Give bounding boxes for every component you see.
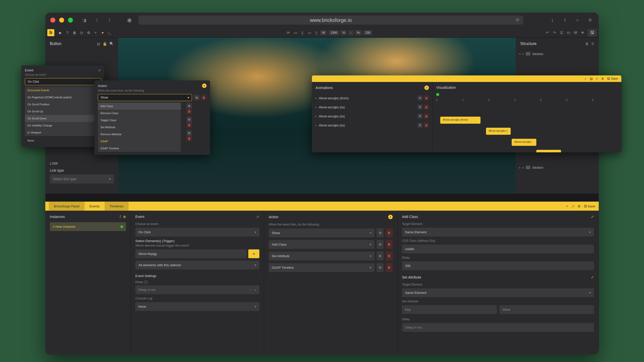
list-icon[interactable]: ☰	[558, 29, 565, 36]
dropdown-item[interactable]: Remove Attribute	[98, 131, 181, 138]
copy-icon[interactable]: ⧉	[417, 105, 422, 110]
dropdown-item[interactable]: On Scroll Position	[25, 101, 101, 108]
undo-icon[interactable]: ↶	[544, 29, 551, 36]
trigger-scope-select[interactable]: All elements with this selector	[135, 261, 259, 269]
help-icon[interactable]: ?	[64, 29, 71, 36]
delete-icon[interactable]: 🗑	[424, 96, 429, 101]
action-select[interactable]: GSAP Timeline	[269, 263, 375, 272]
target-element-select[interactable]: Same Element	[402, 288, 594, 297]
copy-icon[interactable]: ⧉	[194, 95, 199, 100]
timeline-block[interactable]: #brxe-wccqko	[512, 139, 536, 146]
play-icon[interactable]: ▶	[57, 29, 64, 36]
chevron-right-icon[interactable]: ▸	[315, 124, 317, 127]
dropdown-item[interactable]: Add Class	[98, 103, 181, 110]
forward-icon[interactable]: ⟩	[106, 16, 113, 24]
action-select[interactable]: Add Class	[269, 240, 375, 249]
delete-icon[interactable]: 🗑	[386, 240, 393, 249]
search-icon[interactable]: 🔍	[109, 42, 114, 46]
delete-icon[interactable]: 🗑	[386, 228, 393, 237]
delete-icon[interactable]: 🗑	[186, 109, 192, 114]
delete-icon[interactable]: 🗑	[424, 105, 429, 110]
decrement-button[interactable]: −	[249, 288, 251, 292]
chevron-right-icon[interactable]: ▸	[315, 106, 317, 109]
copy-icon[interactable]: ⧉	[186, 130, 192, 136]
collapse-icon[interactable]: ⤢	[572, 204, 575, 208]
preview-icon[interactable]: 👁	[579, 29, 586, 36]
add-action-button[interactable]: +	[388, 215, 393, 219]
add-instance-button[interactable]: ⊕	[123, 215, 126, 219]
chevron-right-icon[interactable]: ▸	[522, 166, 524, 169]
dropdown-item[interactable]: On Scroll Up	[25, 108, 101, 115]
action-select[interactable]: Set Attribute	[269, 252, 375, 260]
collapse-icon[interactable]: ⤢	[98, 68, 101, 72]
animation-row[interactable]: ▸#brxe-wccqko (to)⧉🗑	[315, 103, 429, 112]
tree-row[interactable]: ▸ ▸ Section	[516, 163, 599, 171]
new-tab-icon[interactable]: ＋	[574, 16, 581, 24]
gear-icon[interactable]: ⚙	[601, 77, 604, 80]
delete-icon[interactable]: 🗑	[186, 136, 192, 141]
delete-icon[interactable]: 🗑	[386, 251, 393, 260]
delete-icon[interactable]: 🗑	[186, 122, 192, 128]
chevron-right-icon[interactable]: ▸	[522, 53, 524, 55]
console-log-select[interactable]: None	[135, 302, 259, 311]
mobile-icon[interactable]: ▯	[313, 29, 320, 36]
animation-row[interactable]: ▸#brxe-wccqko (from)⧉🗑	[315, 94, 429, 103]
sidebar-toggle-icon[interactable]: ◨	[80, 16, 88, 24]
minimize-window-button[interactable]	[59, 18, 64, 23]
tabs-overview-icon[interactable]: ⧉	[586, 16, 594, 24]
info-icon[interactable]: i	[144, 280, 148, 284]
pick-element-button[interactable]: ⌖	[248, 249, 259, 258]
target-element-select[interactable]: Same Element	[402, 228, 594, 237]
tablet-icon[interactable]: ▯	[299, 29, 306, 36]
add-action-button[interactable]: +	[202, 83, 207, 88]
url-bar[interactable]: ◉ www.bricksforge.io ⟳	[138, 16, 523, 25]
dropdown-item[interactable]: On Pageload (DOMContentLoaded)	[25, 94, 101, 101]
attribute-value-input[interactable]: Value	[499, 305, 594, 314]
copy-icon[interactable]: ⧉	[186, 103, 192, 109]
delete-icon[interactable]: 🗑	[424, 114, 429, 119]
width-value[interactable]: 1380	[329, 30, 339, 35]
layout-icon[interactable]: ▤	[590, 77, 593, 80]
height-value[interactable]: -	[348, 30, 353, 35]
dropdown-item[interactable]: In Viewport	[25, 129, 101, 136]
add-animation-button[interactable]: +	[424, 85, 429, 90]
chevron-right-icon[interactable]: ▸	[519, 166, 520, 169]
increment-button[interactable]: ＋	[253, 288, 257, 292]
animation-row[interactable]: ▸#brxe-wccqko (to)⧉🗑	[315, 112, 429, 121]
animation-row[interactable]: ▸#brxe-wccqko (to)⧉🗑	[315, 121, 429, 130]
dropdown-item[interactable]: Toggle Class	[98, 117, 181, 124]
timeline[interactable]: 0123456 #brxe-wccqko (from)#brxe-wccqko …	[436, 93, 618, 102]
folder-icon[interactable]: 🗀	[565, 29, 572, 36]
collapse-icon[interactable]: ⤢	[596, 77, 598, 80]
copy-icon[interactable]: ⧉	[417, 114, 422, 119]
percent-value[interactable]: 100	[363, 30, 372, 35]
dropdown-item-none[interactable]: None	[25, 137, 101, 144]
delete-icon[interactable]: 🗑	[201, 95, 207, 100]
delete-icon[interactable]: 🗑	[386, 263, 393, 272]
tab-timelines[interactable]: Timelines	[105, 202, 129, 211]
copy-icon[interactable]: ⧉	[417, 96, 422, 101]
upload-icon[interactable]: ⤴	[119, 215, 121, 219]
dropdown-item[interactable]: Remove Class	[98, 110, 181, 117]
wordpress-icon[interactable]: ⓦ	[572, 29, 579, 36]
delete-icon[interactable]: 🗑	[424, 123, 429, 128]
timeline-block[interactable]: #brxe-wccqko (	[486, 128, 511, 135]
save-icon[interactable]: 🖫	[588, 29, 597, 36]
plus-icon[interactable]: ＋	[92, 29, 99, 36]
chevron-right-icon[interactable]: ▸	[315, 97, 317, 100]
close-window-button[interactable]	[50, 18, 55, 23]
expand-icon[interactable]: ⇅	[591, 42, 594, 46]
timeline-block[interactable]: #brxe-wccqko	[536, 150, 561, 152]
trash-icon[interactable]: 🗑	[585, 42, 589, 46]
timeline-block[interactable]: #brxe-wccqko (from)	[440, 117, 480, 124]
share-icon[interactable]: ⇪	[561, 16, 569, 24]
copy-icon[interactable]: ⧉	[377, 251, 384, 260]
privacy-shield-icon[interactable]: ◉	[127, 17, 132, 23]
add-icon[interactable]: ＋	[566, 204, 569, 208]
instance-item[interactable]: # New Instance	[50, 222, 126, 231]
chevron-right-icon[interactable]: ▸	[315, 115, 317, 118]
laptop-icon[interactable]: ▭	[306, 29, 313, 36]
delay-input[interactable]: Delay in ms −＋	[135, 285, 259, 294]
delay-input[interactable]: Delay in ms	[402, 323, 594, 332]
back-icon[interactable]: ⟨	[93, 16, 101, 24]
